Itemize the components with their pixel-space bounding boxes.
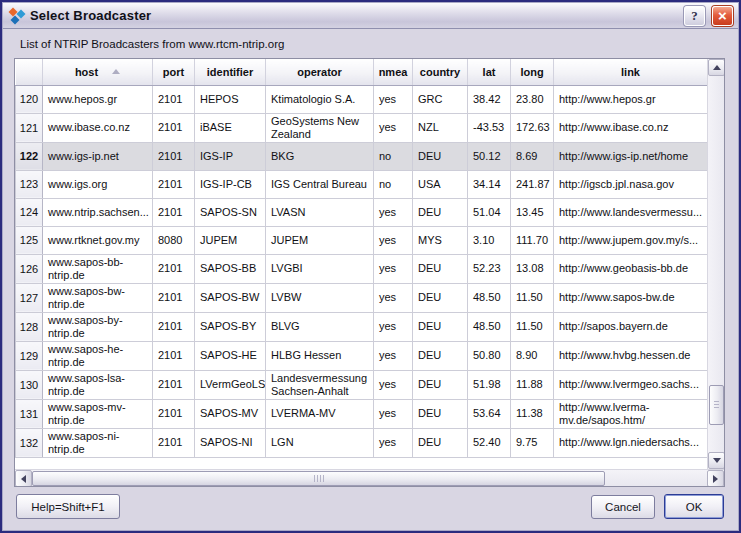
- cell-identifier: LVermGeoLSA: [195, 370, 266, 399]
- cell-host: www.sapos-lsa-ntrip.de: [43, 370, 153, 399]
- cell-operator: LVGBI: [266, 254, 374, 283]
- row-number: 120: [16, 85, 43, 113]
- cell-nmea: yes: [374, 254, 413, 283]
- cell-port: 2101: [153, 341, 195, 370]
- column-header-long[interactable]: long: [511, 59, 554, 85]
- vertical-scrollbar[interactable]: [707, 59, 724, 469]
- table-row[interactable]: 124www.ntrip.sachsen...2101SAPOS-SNLVASN…: [16, 198, 708, 226]
- table-row[interactable]: 126www.sapos-bb-ntrip.de2101SAPOS-BBLVGB…: [16, 254, 708, 283]
- cell-long: 8.90: [511, 341, 554, 370]
- cell-nmea: no: [374, 142, 413, 170]
- row-number: 129: [16, 341, 43, 370]
- cell-link: http://www.lgn.niedersachs...: [554, 428, 708, 457]
- cell-port: 2101: [153, 142, 195, 170]
- cell-host: www.igs.org: [43, 170, 153, 198]
- table-row[interactable]: 125www.rtknet.gov.my8080JUPEMJUPEMyesMYS…: [16, 226, 708, 254]
- table-header-row: host port identifier operator nmea count…: [16, 59, 708, 85]
- column-header-country[interactable]: country: [413, 59, 468, 85]
- scroll-left-button[interactable]: [15, 470, 32, 487]
- cell-lat: 48.50: [468, 312, 511, 341]
- cell-nmea: yes: [374, 283, 413, 312]
- cell-country: DEU: [413, 142, 468, 170]
- cell-lat: 50.80: [468, 341, 511, 370]
- cell-long: 172.63: [511, 113, 554, 142]
- column-header-port[interactable]: port: [153, 59, 195, 85]
- table-row[interactable]: 123www.igs.org2101IGS-IP-CBIGS Central B…: [16, 170, 708, 198]
- cell-host: www.sapos-he-ntrip.de: [43, 341, 153, 370]
- column-header-host[interactable]: host: [43, 59, 153, 85]
- help-button[interactable]: Help=Shift+F1: [16, 494, 120, 519]
- scroll-up-button[interactable]: [708, 59, 725, 76]
- cell-host: www.sapos-by-ntrip.de: [43, 312, 153, 341]
- cell-operator: Ktimatologio S.A.: [266, 85, 374, 113]
- corner-header: [16, 59, 43, 85]
- cell-lat: 50.12: [468, 142, 511, 170]
- cell-identifier: iBASE: [195, 113, 266, 142]
- cell-long: 11.50: [511, 283, 554, 312]
- column-header-link[interactable]: link: [554, 59, 708, 85]
- ok-button[interactable]: OK: [664, 494, 724, 519]
- table-row[interactable]: 130www.sapos-lsa-ntrip.de2101LVermGeoLSA…: [16, 370, 708, 399]
- cancel-button[interactable]: Cancel: [591, 495, 655, 519]
- row-number: 123: [16, 170, 43, 198]
- table-row[interactable]: 120www.hepos.gr2101HEPOSKtimatologio S.A…: [16, 85, 708, 113]
- cell-country: DEU: [413, 283, 468, 312]
- cell-nmea: yes: [374, 399, 413, 428]
- table-row[interactable]: 127www.sapos-bw-ntrip.de2101SAPOS-BWLVBW…: [16, 283, 708, 312]
- cell-identifier: SAPOS-NI: [195, 428, 266, 457]
- cell-host: www.igs-ip.net: [43, 142, 153, 170]
- table-row[interactable]: 121www.ibase.co.nz2101iBASEGeoSystems Ne…: [16, 113, 708, 142]
- row-number: 131: [16, 399, 43, 428]
- column-header-identifier[interactable]: identifier: [195, 59, 266, 85]
- cell-identifier: IGS-IP-CB: [195, 170, 266, 198]
- cell-link: http://www.sapos-bw.de: [554, 283, 708, 312]
- cell-country: DEU: [413, 370, 468, 399]
- cell-identifier: SAPOS-BB: [195, 254, 266, 283]
- horizontal-scroll-thumb[interactable]: [32, 471, 605, 486]
- table-row[interactable]: 122www.igs-ip.net2101IGS-IPBKGnoDEU50.12…: [16, 142, 708, 170]
- scroll-down-button[interactable]: [708, 452, 725, 469]
- close-button[interactable]: ×: [712, 6, 733, 26]
- scroll-right-button[interactable]: [707, 470, 724, 487]
- cell-identifier: SAPOS-MV: [195, 399, 266, 428]
- cell-host: www.ibase.co.nz: [43, 113, 153, 142]
- cell-long: 11.50: [511, 312, 554, 341]
- cell-port: 2101: [153, 85, 195, 113]
- cell-link: http://sapos.bayern.de: [554, 312, 708, 341]
- table-row[interactable]: 128www.sapos-by-ntrip.de2101SAPOS-BYBLVG…: [16, 312, 708, 341]
- row-number: 128: [16, 312, 43, 341]
- row-number: 124: [16, 198, 43, 226]
- cell-lat: 34.14: [468, 170, 511, 198]
- window-title: Select Broadcaster: [30, 8, 677, 23]
- row-number: 127: [16, 283, 43, 312]
- cell-host: www.sapos-mv-ntrip.de: [43, 399, 153, 428]
- table-row[interactable]: 131www.sapos-mv-ntrip.de2101SAPOS-MVLVER…: [16, 399, 708, 428]
- cell-lat: -43.53: [468, 113, 511, 142]
- arrow-left-icon: [21, 475, 26, 483]
- row-number: 121: [16, 113, 43, 142]
- column-header-nmea[interactable]: nmea: [374, 59, 413, 85]
- cell-link: http://www.lverma-mv.de/sapos.htm/: [554, 399, 708, 428]
- vertical-scroll-thumb[interactable]: [709, 385, 724, 425]
- cell-operator: GeoSystems New Zealand: [266, 113, 374, 142]
- sort-ascending-icon: [112, 69, 120, 74]
- column-header-lat[interactable]: lat: [468, 59, 511, 85]
- cell-lat: 48.50: [468, 283, 511, 312]
- table-row[interactable]: 129www.sapos-he-ntrip.de2101SAPOS-HEHLBG…: [16, 341, 708, 370]
- cell-identifier: SAPOS-BW: [195, 283, 266, 312]
- titlebar-help-button[interactable]: ?: [684, 6, 705, 26]
- cell-country: DEU: [413, 198, 468, 226]
- cell-long: 13.08: [511, 254, 554, 283]
- cell-country: DEU: [413, 399, 468, 428]
- table-row[interactable]: 132www.sapos-ni-ntrip.de2101SAPOS-NILGNy…: [16, 428, 708, 457]
- cell-country: USA: [413, 170, 468, 198]
- titlebar[interactable]: Select Broadcaster ? ×: [3, 3, 738, 29]
- cell-operator: HLBG Hessen: [266, 341, 374, 370]
- cell-nmea: yes: [374, 428, 413, 457]
- broadcaster-table-body: 120www.hepos.gr2101HEPOSKtimatologio S.A…: [16, 85, 708, 457]
- cell-country: MYS: [413, 226, 468, 254]
- cell-long: 8.69: [511, 142, 554, 170]
- horizontal-scrollbar[interactable]: [15, 469, 724, 486]
- row-number: 122: [16, 142, 43, 170]
- column-header-operator[interactable]: operator: [266, 59, 374, 85]
